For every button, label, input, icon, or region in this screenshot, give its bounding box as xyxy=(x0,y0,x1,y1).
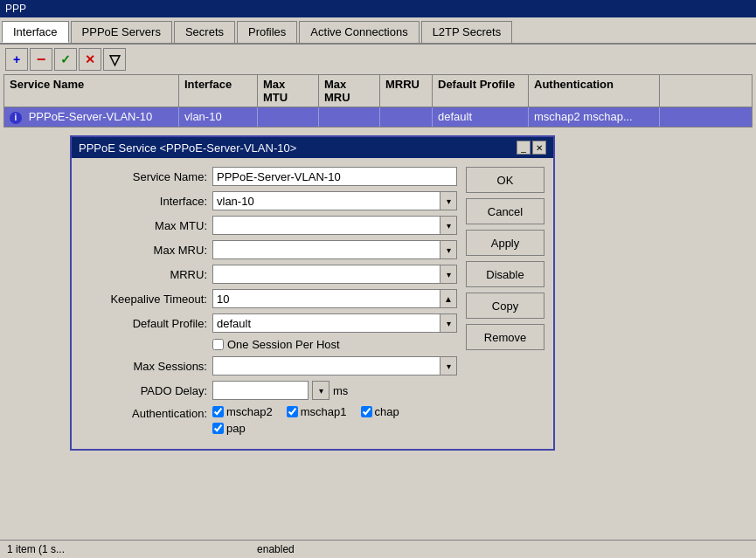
mrru-input-group: ▾ xyxy=(212,265,457,284)
pado-delay-label: PADO Delay: xyxy=(80,384,207,397)
tab-secrets[interactable]: Secrets xyxy=(174,21,235,43)
max-sessions-row: Max Sessions: ▾ xyxy=(80,356,457,375)
one-session-checkbox[interactable] xyxy=(212,339,224,350)
enabled-label: enabled xyxy=(257,543,295,555)
pado-delay-row: PADO Delay: ▾ ms xyxy=(80,381,457,400)
dialog-body: Service Name: Interface: ▾ Max MTU: ▾ Ma… xyxy=(72,158,553,449)
interface-input[interactable] xyxy=(212,191,440,210)
pado-delay-input[interactable] xyxy=(212,381,309,400)
auth-mschap2-checkbox[interactable] xyxy=(212,406,224,417)
dialog: PPPoE Service <PPPoE-Server-VLAN-10> _ ✕… xyxy=(70,135,555,451)
pado-inputs: ▾ ms xyxy=(212,381,348,400)
interface-row: Interface: ▾ xyxy=(80,191,457,210)
auth-mschap1-checkbox[interactable] xyxy=(287,406,298,417)
close-button[interactable]: ✕ xyxy=(532,141,546,155)
max-mtu-input-group: ▾ xyxy=(212,216,457,235)
interface-label: Interface: xyxy=(80,195,207,208)
keepalive-input[interactable] xyxy=(212,289,440,308)
col-maxmtu-val xyxy=(258,107,319,127)
dialog-buttons: OK Cancel Apply Disable Copy Remove xyxy=(466,167,544,440)
tab-interface[interactable]: Interface xyxy=(2,21,69,43)
minimize-button[interactable]: _ xyxy=(517,141,531,155)
default-profile-input-group: ▾ xyxy=(212,313,457,333)
interface-dropdown-btn[interactable]: ▾ xyxy=(440,191,457,210)
col-interface-val: vlan-10 xyxy=(179,107,258,127)
col-defprofile-val: default xyxy=(433,107,529,127)
col-header-auth: Authentication xyxy=(529,75,660,107)
auth-chap-checkbox[interactable] xyxy=(361,406,372,417)
max-sessions-label: Max Sessions: xyxy=(80,360,207,373)
dialog-title-buttons: _ ✕ xyxy=(517,141,546,155)
keepalive-label: Keepalive Timeout: xyxy=(80,293,207,306)
add-button[interactable]: + xyxy=(5,48,28,71)
auth-checkboxes: mschap2 mschap1 chap pap xyxy=(212,405,405,435)
default-profile-input[interactable] xyxy=(212,313,440,333)
keepalive-input-group: ▲ xyxy=(212,289,457,308)
cross-button[interactable]: ✕ xyxy=(79,48,101,71)
copy-button[interactable]: Copy xyxy=(466,293,544,319)
keepalive-up-btn[interactable]: ▲ xyxy=(440,289,457,308)
col-header-service: Service Name xyxy=(4,75,179,107)
max-sessions-dropdown-btn[interactable]: ▾ xyxy=(440,356,457,375)
keepalive-row: Keepalive Timeout: ▲ xyxy=(80,289,457,308)
auth-row: Authentication: mschap2 mschap1 chap pap xyxy=(80,405,457,435)
table-area: Service Name Interface Max MTU Max MRU M… xyxy=(3,74,753,127)
col-service-name: i PPPoE-Server-VLAN-10 xyxy=(4,107,179,127)
auth-pap-checkbox[interactable] xyxy=(212,423,224,434)
tab-active-connections[interactable]: Active Connections xyxy=(299,21,419,43)
auth-mschap2[interactable]: mschap2 xyxy=(212,405,273,418)
col-header-mrru: MRRU xyxy=(380,75,433,107)
remove-dialog-button[interactable]: Remove xyxy=(466,324,544,350)
status-bar: 1 item (1 s... enabled xyxy=(0,540,756,558)
auth-label: Authentication: xyxy=(80,405,207,420)
default-profile-dropdown-btn[interactable]: ▾ xyxy=(440,313,457,333)
auth-mschap1[interactable]: mschap1 xyxy=(287,405,347,418)
col-auth-val: mschap2 mschap... xyxy=(529,107,660,127)
max-mru-input[interactable] xyxy=(212,240,440,259)
title-bar: PPP xyxy=(0,0,756,17)
filter-button[interactable]: ▽ xyxy=(103,48,126,71)
toolbar: + − ✓ ✕ ▽ xyxy=(0,45,756,74)
dialog-title-text: PPPoE Service <PPPoE-Server-VLAN-10> xyxy=(79,141,296,155)
default-profile-label: Default Profile: xyxy=(80,317,207,330)
auth-chap[interactable]: chap xyxy=(361,405,399,418)
table-row[interactable]: i PPPoE-Server-VLAN-10 vlan-10 default m… xyxy=(4,107,752,127)
apply-button[interactable]: Apply xyxy=(466,230,544,256)
check-button[interactable]: ✓ xyxy=(54,48,77,71)
tab-pppoe-servers[interactable]: PPPoE Servers xyxy=(71,21,172,43)
one-session-row: One Session Per Host xyxy=(212,338,457,351)
service-name-input[interactable] xyxy=(212,167,457,186)
auth-pap[interactable]: pap xyxy=(212,422,246,435)
tab-l2tp-secrets[interactable]: L2TP Secrets xyxy=(421,21,513,43)
tab-bar: Interface PPPoE Servers Secrets Profiles… xyxy=(0,17,756,45)
dialog-title-bar: PPPoE Service <PPPoE-Server-VLAN-10> _ ✕ xyxy=(72,137,553,158)
disable-button[interactable]: Disable xyxy=(466,261,544,287)
remove-button[interactable]: − xyxy=(30,48,52,71)
interface-input-group: ▾ xyxy=(212,191,457,210)
col-header-defprofile: Default Profile xyxy=(433,75,529,107)
service-name-label: Service Name: xyxy=(80,170,207,183)
one-session-label[interactable]: One Session Per Host xyxy=(227,338,340,351)
max-mtu-label: Max MTU: xyxy=(80,219,207,232)
col-mrru-val xyxy=(380,107,433,127)
max-mru-dropdown-btn[interactable]: ▾ xyxy=(440,240,457,259)
ok-button[interactable]: OK xyxy=(466,167,544,193)
max-mtu-input[interactable] xyxy=(212,216,440,235)
max-sessions-input-group: ▾ xyxy=(212,356,457,375)
max-sessions-input[interactable] xyxy=(212,356,440,375)
max-mru-row: Max MRU: ▾ xyxy=(80,240,457,259)
max-mru-input-group: ▾ xyxy=(212,240,457,259)
tab-profiles[interactable]: Profiles xyxy=(237,21,297,43)
mrru-dropdown-btn[interactable]: ▾ xyxy=(440,265,457,284)
mrru-input[interactable] xyxy=(212,265,440,284)
info-icon: i xyxy=(10,112,22,124)
service-name-row: Service Name: xyxy=(80,167,457,186)
mrru-row: MRRU: ▾ xyxy=(80,265,457,284)
table-header: Service Name Interface Max MTU Max MRU M… xyxy=(4,75,752,107)
pado-unit: ms xyxy=(333,384,348,397)
col-maxmru-val xyxy=(319,107,380,127)
cancel-button[interactable]: Cancel xyxy=(466,198,544,224)
col-header-maxmtu: Max MTU xyxy=(258,75,319,107)
max-mtu-dropdown-btn[interactable]: ▾ xyxy=(440,216,457,235)
pado-dropdown-btn[interactable]: ▾ xyxy=(312,381,329,400)
